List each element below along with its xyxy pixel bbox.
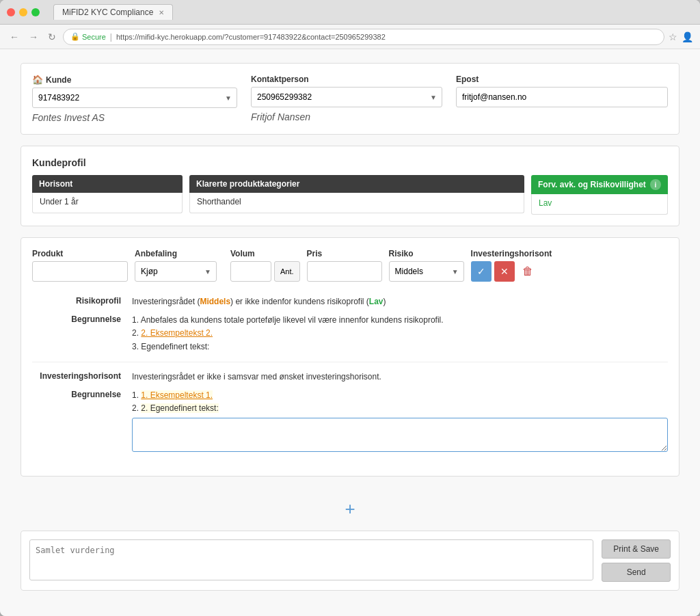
begrunnelse-key-1: Begrunnelse [32, 314, 121, 353]
risiko-lav: Lav [369, 297, 383, 306]
invhor-b2: 2. 2. Egendefinert tekst: [132, 402, 668, 415]
ant-button[interactable]: Ant. [274, 261, 300, 282]
tab-close-icon[interactable]: ✕ [159, 9, 164, 16]
epost-label: Epost [456, 75, 668, 84]
confirm-button[interactable]: ✓ [471, 261, 492, 282]
extension-icon: 👤 [682, 31, 693, 42]
risiko-select-wrapper: Middels ▼ [389, 261, 464, 282]
produkt-input[interactable] [32, 261, 128, 282]
invhor-b1: 1. 1. Eksempeltekst 1. [132, 389, 668, 402]
product-section: Produkt Anbefaling Kjøp ▼ Volum [21, 237, 679, 477]
kontakt-subtitle: Fritjof Nansen [251, 111, 442, 122]
bottom-buttons: Print & Save Send [602, 539, 671, 582]
risiko-middels: Middels [200, 297, 230, 306]
forv-col: Forv. avk. og Risikovillighet i Lav [531, 175, 668, 215]
invhor-key: Investeringshorisont [32, 371, 121, 384]
kundeprofil-section: Kundeprofil Horisont Under 1 år Klarerte… [21, 146, 679, 226]
bookmark-icon[interactable]: ☆ [669, 31, 677, 42]
add-product-button[interactable]: + [345, 498, 355, 520]
cancel-button[interactable]: ✕ [494, 261, 515, 282]
col-pris-label: Pris [307, 249, 382, 258]
invhor-grid: Investeringshorisont Investeringsrådet e… [32, 371, 668, 384]
begrunnelse-key-2: Begrunnelse [32, 389, 121, 457]
browser-toolbar: ← → ↻ 🔒 Secure | https://mifid-kyc.herok… [0, 25, 700, 49]
browser-window: MiFID2 KYC Compliance ✕ ← → ↻ 🔒 Secure |… [0, 0, 700, 616]
forv-value: Lav [531, 194, 668, 215]
kunde-subtitle: Fontes Invest AS [32, 112, 237, 123]
anbefaling-select[interactable]: Kjøp [135, 261, 217, 282]
kundeprofil-title: Kundeprofil [32, 157, 668, 168]
col-produkt-label: Produkt [32, 249, 128, 258]
tab-title: MiFID2 KYC Compliance [62, 8, 153, 17]
horisont-col: Horisont Under 1 år [32, 175, 183, 215]
col-volum-label: Volum [230, 249, 300, 258]
url-text: https://mifid-kyc.herokuapp.com/?custome… [116, 33, 386, 41]
begrunnelse-val-1: 1. Anbefales da kundens totale portefølj… [132, 314, 668, 353]
maximize-dot[interactable] [31, 8, 40, 16]
close-dot[interactable] [7, 8, 15, 16]
customer-section: 🏠 Kunde 917483922 ▼ Fontes Invest AS Kon… [21, 63, 679, 135]
risikoprofil-value: Investeringsrådet (Middels) er ikke inde… [132, 295, 668, 308]
risikoprofil-begrunnelse-grid: Begrunnelse 1. Anbefales da kundens tota… [32, 314, 668, 353]
col-anbefaling-label: Anbefaling [135, 249, 224, 258]
send-button[interactable]: Send [602, 563, 671, 582]
anbefaling-select-wrapper: Kjøp ▼ [135, 261, 217, 282]
add-section: + [21, 487, 679, 531]
invhor-custom-textarea[interactable] [132, 418, 668, 452]
refresh-button[interactable]: ↻ [45, 30, 59, 44]
pris-input[interactable] [307, 261, 382, 282]
invhor-text: Investeringsrådet er ikke i samsvar med … [132, 371, 668, 384]
page-content: 🏠 Kunde 917483922 ▼ Fontes Invest AS Kon… [0, 49, 700, 616]
product-header-row: Produkt Anbefaling Kjøp ▼ Volum [32, 249, 668, 282]
risiko-select[interactable]: Middels [389, 261, 464, 282]
volum-input[interactable] [230, 261, 271, 282]
produkt-value: Shorthandel [189, 193, 524, 213]
kontakt-select-wrapper: 250965299382 ▼ [251, 87, 442, 107]
eksempel-tekst-2[interactable]: 2. Eksempeltekst 2. [141, 328, 213, 338]
kunde-select[interactable]: 917483922 [32, 88, 237, 108]
secure-badge: 🔒 Secure [70, 32, 106, 41]
delete-button[interactable]: 🗑 [517, 261, 538, 282]
begrunnelse-item-1: 1. Anbefales da kundens totale portefølj… [132, 314, 668, 327]
kontakt-select[interactable]: 250965299382 [251, 87, 442, 107]
print-save-button[interactable]: Print & Save [602, 539, 671, 559]
horisont-value: Under 1 år [32, 193, 183, 213]
egendefinert-tekst: 2. Egendefinert tekst: [141, 403, 218, 413]
kunde-label: 🏠 Kunde [32, 75, 237, 85]
begrunnelse-item-3: 3. Egendefinert tekst: [132, 340, 668, 353]
kunde-select-wrapper: 917483922 ▼ [32, 88, 237, 108]
action-btns: ✓ ✕ 🗑 [471, 261, 668, 282]
address-bar: 🔒 Secure | https://mifid-kyc.herokuapp.c… [63, 29, 664, 45]
samlet-vurdering-textarea[interactable] [29, 539, 593, 580]
risikoprofil-grid: Risikoprofil Investeringsrådet (Middels)… [32, 295, 668, 308]
minimize-dot[interactable] [19, 8, 27, 16]
kontakt-label: Kontaktperson [251, 75, 442, 84]
browser-dots [7, 8, 40, 16]
back-button[interactable]: ← [7, 30, 22, 44]
horisont-header: Horisont [32, 175, 183, 193]
profil-grid: Horisont Under 1 år Klarerte produktkate… [32, 175, 668, 215]
epost-input[interactable] [456, 87, 668, 107]
invhor-section: Investeringshorisont Investeringsrådet e… [32, 362, 668, 465]
col-risiko-label: Risiko [389, 249, 464, 258]
invhor-begrunnelse-grid: Begrunnelse 1. 1. Eksempeltekst 1. 2. 2.… [32, 389, 668, 457]
volum-group: Ant. [230, 261, 300, 282]
col-invhor-label: Investeringshorisont [471, 249, 668, 258]
home-icon: 🏠 [32, 75, 43, 85]
info-button[interactable]: i [650, 179, 661, 190]
epost-group: Epost [456, 75, 668, 107]
eksempel-tekst-1[interactable]: 1. Eksempeltekst 1. [141, 390, 213, 400]
forward-button[interactable]: → [26, 30, 41, 44]
customer-row: 🏠 Kunde 917483922 ▼ Fontes Invest AS Kon… [32, 75, 668, 123]
begrunnelse-val-2: 1. 1. Eksempeltekst 1. 2. 2. Egendefiner… [132, 389, 668, 457]
produkt-header: Klarerte produktkategorier [189, 175, 524, 193]
kontakt-group: Kontaktperson 250965299382 ▼ Fritjof Nan… [251, 75, 442, 122]
risikoprofil-section: Risikoprofil Investeringsrådet (Middels)… [32, 287, 668, 362]
kunde-group: 🏠 Kunde 917483922 ▼ Fontes Invest AS [32, 75, 237, 123]
bottom-section: Print & Save Send [21, 531, 679, 591]
forv-header: Forv. avk. og Risikovillighet i [531, 175, 668, 194]
browser-tab[interactable]: MiFID2 KYC Compliance ✕ [53, 4, 173, 20]
begrunnelse-item-2: 2. 2. Eksempeltekst 2. [132, 327, 668, 340]
produkt-col: Klarerte produktkategorier Shorthandel [189, 175, 524, 215]
risikoprofil-key: Risikoprofil [32, 295, 121, 308]
